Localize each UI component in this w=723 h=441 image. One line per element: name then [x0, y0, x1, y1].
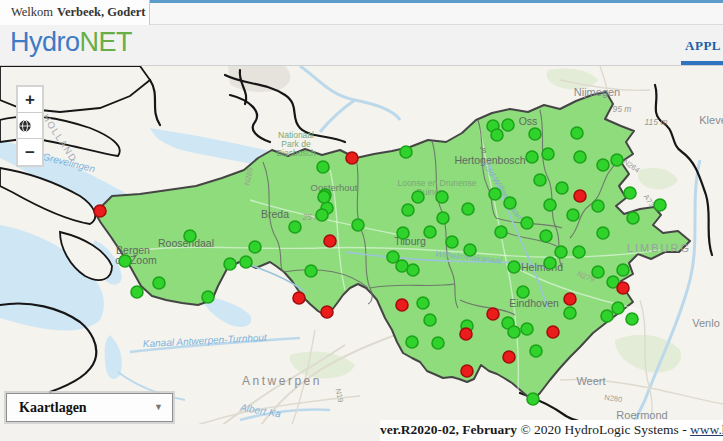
station-marker-green[interactable] — [508, 326, 520, 338]
station-marker-green[interactable] — [305, 265, 317, 277]
globe-button[interactable] — [18, 113, 42, 139]
station-marker-red[interactable] — [346, 152, 358, 164]
station-marker-green[interactable] — [153, 277, 165, 289]
logo-bar: HydroNET APPL — [0, 25, 723, 66]
station-marker-green[interactable] — [574, 151, 586, 163]
station-marker-green[interactable] — [437, 212, 449, 224]
station-marker-green[interactable] — [316, 209, 328, 221]
station-marker-red[interactable] — [487, 308, 499, 320]
station-marker-green[interactable] — [521, 217, 533, 229]
hydrologic-link[interactable]: www.hydrologic.com — [690, 422, 723, 437]
chevron-down-icon: ▼ — [154, 394, 163, 421]
station-marker-green[interactable] — [556, 182, 568, 194]
welcome-user-tab[interactable]: WelkomVerbeek, Godert — [0, 0, 150, 25]
station-marker-green[interactable] — [597, 159, 609, 171]
station-marker-green[interactable] — [489, 188, 501, 200]
station-marker-green[interactable] — [517, 286, 529, 298]
tab-applications[interactable]: APPL — [685, 38, 721, 54]
zoom-in-button[interactable]: + — [18, 87, 42, 113]
station-marker-green[interactable] — [446, 236, 458, 248]
station-marker-green[interactable] — [544, 199, 556, 211]
station-marker-green[interactable] — [417, 297, 429, 309]
station-marker-green[interactable] — [407, 264, 419, 276]
station-marker-green[interactable] — [436, 191, 448, 203]
station-marker-green[interactable] — [592, 200, 604, 212]
station-marker-green[interactable] — [527, 393, 539, 405]
station-marker-red[interactable] — [574, 190, 586, 202]
station-marker-red[interactable] — [547, 326, 559, 338]
station-marker-green[interactable] — [397, 227, 409, 239]
station-marker-green[interactable] — [462, 203, 474, 215]
station-marker-green[interactable] — [530, 345, 542, 357]
station-marker-red[interactable] — [293, 292, 305, 304]
station-marker-green[interactable] — [240, 256, 252, 268]
station-marker-green[interactable] — [567, 209, 579, 221]
station-marker-green[interactable] — [627, 212, 639, 224]
station-marker-red[interactable] — [94, 205, 106, 217]
station-marker-green[interactable] — [612, 302, 624, 314]
station-marker-green[interactable] — [504, 197, 516, 209]
map-label: LIMBURG — [627, 242, 691, 254]
station-marker-red[interactable] — [503, 351, 515, 363]
map-label: 115 m — [645, 117, 668, 127]
station-marker-red[interactable] — [396, 299, 408, 311]
user-name: Verbeek, Godert — [57, 5, 145, 19]
station-marker-green[interactable] — [571, 127, 583, 139]
station-marker-green[interactable] — [542, 148, 554, 160]
station-marker-green[interactable] — [529, 128, 541, 140]
station-marker-green[interactable] — [592, 266, 604, 278]
station-marker-red[interactable] — [460, 328, 472, 340]
station-marker-green[interactable] — [318, 191, 330, 203]
station-marker-green[interactable] — [432, 337, 444, 349]
station-marker-green[interactable] — [491, 129, 503, 141]
station-marker-green[interactable] — [601, 310, 613, 322]
station-marker-green[interactable] — [544, 257, 556, 269]
station-marker-green[interactable] — [526, 151, 538, 163]
station-marker-green[interactable] — [317, 161, 329, 173]
station-marker-green[interactable] — [573, 246, 585, 258]
station-marker-green[interactable] — [406, 336, 418, 348]
station-marker-green[interactable] — [597, 227, 609, 239]
station-marker-green[interactable] — [424, 314, 436, 326]
map-zoom-controls: + − — [16, 85, 44, 167]
station-marker-green[interactable] — [564, 307, 576, 319]
kaartlagen-dropdown[interactable]: Kaartlagen ▼ — [6, 393, 173, 422]
map-container[interactable]: HOLLANDGrevelingenNationaalPark deBiesbo… — [0, 66, 723, 441]
zoom-out-button[interactable]: − — [18, 139, 42, 165]
station-marker-green[interactable] — [400, 146, 412, 158]
station-marker-green[interactable] — [202, 291, 214, 303]
station-marker-green[interactable] — [412, 191, 424, 203]
station-marker-green[interactable] — [495, 226, 507, 238]
station-marker-green[interactable] — [508, 261, 520, 273]
station-marker-green[interactable] — [555, 246, 567, 258]
station-marker-green[interactable] — [626, 313, 638, 325]
station-marker-green[interactable] — [402, 204, 414, 216]
globe-icon — [18, 119, 32, 133]
station-marker-green[interactable] — [611, 154, 623, 166]
station-marker-red[interactable] — [617, 282, 629, 294]
station-marker-green[interactable] — [624, 187, 636, 199]
station-marker-green[interactable] — [617, 264, 629, 276]
station-marker-green[interactable] — [654, 199, 666, 211]
station-marker-red[interactable] — [321, 306, 333, 318]
station-marker-red[interactable] — [461, 365, 473, 377]
station-marker-green[interactable] — [119, 255, 131, 267]
station-marker-green[interactable] — [184, 230, 196, 242]
station-marker-green[interactable] — [224, 258, 236, 270]
station-marker-green[interactable] — [534, 174, 546, 186]
station-marker-green[interactable] — [521, 323, 533, 335]
station-marker-green[interactable] — [464, 244, 476, 256]
station-marker-green[interactable] — [540, 230, 552, 242]
station-marker-green[interactable] — [289, 221, 301, 233]
version-footer: ver.R2020-02, February © 2020 HydroLogic… — [380, 420, 723, 441]
map-label: Biesbosch — [276, 148, 315, 158]
station-marker-green[interactable] — [502, 119, 514, 131]
station-marker-green[interactable] — [249, 241, 261, 253]
station-marker-green[interactable] — [131, 286, 143, 298]
station-marker-green[interactable] — [424, 226, 436, 238]
station-marker-red[interactable] — [324, 235, 336, 247]
station-marker-green[interactable] — [396, 260, 408, 272]
station-marker-red[interactable] — [564, 293, 576, 305]
station-marker-green[interactable] — [352, 219, 364, 231]
map-canvas[interactable]: HOLLANDGrevelingenNationaalPark deBiesbo… — [0, 66, 723, 441]
